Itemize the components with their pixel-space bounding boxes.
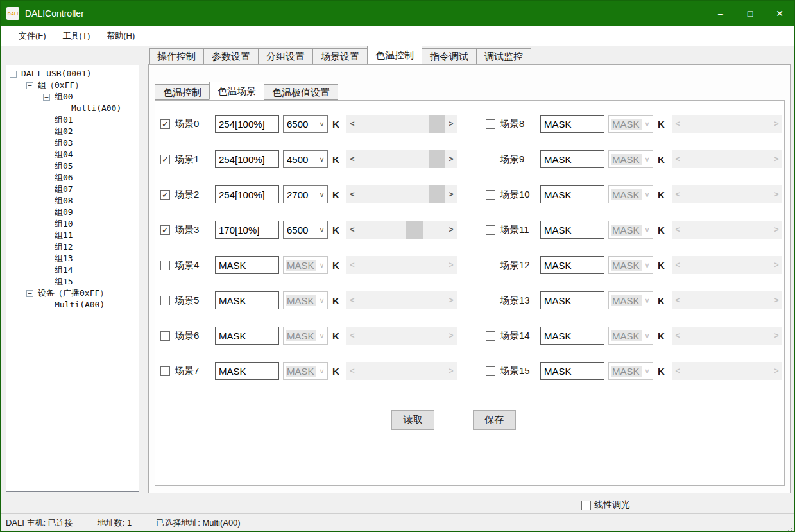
minimize-button[interactable]: – bbox=[706, 1, 735, 26]
scroll-right-icon[interactable]: > bbox=[445, 362, 457, 380]
tree-item[interactable]: 组11 bbox=[6, 230, 139, 241]
tree-item[interactable]: 组01 bbox=[6, 114, 139, 126]
tree-item[interactable]: 组06 bbox=[6, 172, 139, 184]
scroll-left-icon[interactable]: < bbox=[672, 362, 683, 380]
scroll-left-icon[interactable]: < bbox=[672, 150, 683, 168]
scroll-thumb-handle[interactable] bbox=[429, 185, 445, 203]
main-tab-1[interactable]: 参数设置 bbox=[203, 48, 259, 64]
scroll-left-icon[interactable]: < bbox=[346, 327, 358, 345]
scroll-left-icon[interactable]: < bbox=[346, 150, 358, 168]
scene-level-input[interactable] bbox=[540, 185, 604, 203]
scroll-left-icon[interactable]: < bbox=[672, 185, 683, 203]
scene-level-input[interactable] bbox=[540, 115, 604, 133]
scene-level-input[interactable] bbox=[215, 327, 279, 345]
scene-scrollbar[interactable]: < > bbox=[346, 291, 457, 309]
scroll-right-icon[interactable]: > bbox=[445, 291, 457, 309]
scene-checkbox[interactable]: ✓ bbox=[160, 155, 170, 164]
scroll-left-icon[interactable]: < bbox=[346, 221, 358, 239]
menu-item-2[interactable]: 帮助(H) bbox=[98, 26, 143, 46]
tree-item[interactable]: 组02 bbox=[6, 126, 139, 137]
scene-scrollbar[interactable]: < > bbox=[672, 221, 782, 239]
scene-temp-dropdown[interactable]: MASK ∨ bbox=[283, 362, 328, 380]
scroll-left-icon[interactable]: < bbox=[346, 256, 358, 274]
scene-temp-dropdown[interactable]: MASK ∨ bbox=[283, 327, 328, 345]
scene-scrollbar[interactable]: < > bbox=[346, 185, 457, 203]
scroll-thumb-handle[interactable] bbox=[429, 150, 445, 168]
tree-item[interactable]: −DALI USB(0001) bbox=[6, 68, 139, 80]
read-button[interactable]: 读取 bbox=[391, 410, 434, 430]
expand-collapse-icon[interactable]: − bbox=[43, 94, 50, 101]
tree-item[interactable]: 组15 bbox=[6, 276, 139, 287]
linear-dimming-checkbox[interactable] bbox=[581, 501, 591, 510]
scene-level-input[interactable] bbox=[540, 221, 604, 239]
scene-checkbox[interactable]: ✓ bbox=[160, 190, 170, 200]
scroll-thumb-handle[interactable] bbox=[429, 115, 445, 133]
scroll-right-icon[interactable]: > bbox=[771, 256, 782, 274]
scene-scrollbar[interactable]: < > bbox=[346, 221, 457, 239]
scene-level-input[interactable] bbox=[215, 256, 279, 274]
scene-level-input[interactable] bbox=[540, 150, 604, 168]
scene-checkbox[interactable] bbox=[486, 225, 495, 235]
scene-scrollbar[interactable]: < > bbox=[346, 256, 457, 274]
scene-checkbox[interactable] bbox=[486, 296, 495, 305]
scene-temp-dropdown[interactable]: MASK ∨ bbox=[608, 256, 653, 274]
scene-checkbox[interactable] bbox=[486, 331, 495, 341]
scene-temp-dropdown[interactable]: MASK ∨ bbox=[283, 291, 328, 309]
scene-temp-dropdown[interactable]: 6500 ∨ bbox=[283, 115, 328, 133]
tree-item[interactable]: 组09 bbox=[6, 207, 139, 218]
scroll-thumb-handle[interactable] bbox=[406, 221, 423, 239]
scene-checkbox[interactable] bbox=[160, 366, 170, 376]
scroll-right-icon[interactable]: > bbox=[445, 256, 457, 274]
expand-collapse-icon[interactable]: − bbox=[26, 290, 33, 297]
scene-scrollbar[interactable]: < > bbox=[346, 115, 457, 133]
scene-temp-dropdown[interactable]: MASK ∨ bbox=[608, 150, 653, 168]
scroll-left-icon[interactable]: < bbox=[672, 221, 683, 239]
save-button[interactable]: 保存 bbox=[473, 410, 516, 430]
maximize-button[interactable]: □ bbox=[735, 1, 765, 26]
scroll-right-icon[interactable]: > bbox=[445, 221, 457, 239]
tree-item[interactable]: 组08 bbox=[6, 195, 139, 207]
scene-level-input[interactable] bbox=[540, 327, 604, 345]
tree-item[interactable]: 组05 bbox=[6, 160, 139, 172]
scene-checkbox[interactable] bbox=[486, 261, 495, 270]
scene-temp-dropdown[interactable]: 2700 ∨ bbox=[283, 185, 328, 203]
menu-item-0[interactable]: 文件(F) bbox=[10, 26, 55, 46]
tree-item[interactable]: 组04 bbox=[6, 149, 139, 160]
scene-level-input[interactable] bbox=[215, 150, 279, 168]
scene-checkbox[interactable]: ✓ bbox=[160, 119, 170, 129]
tree-item[interactable]: Multi(A00) bbox=[6, 299, 139, 311]
menu-item-1[interactable]: 工具(T) bbox=[55, 26, 99, 46]
sub-tab-1[interactable]: 色温场景 bbox=[209, 82, 264, 100]
expand-collapse-icon[interactable]: − bbox=[26, 82, 33, 89]
scroll-left-icon[interactable]: < bbox=[346, 291, 358, 309]
main-tab-0[interactable]: 操作控制 bbox=[149, 48, 204, 64]
tree-item[interactable]: 组07 bbox=[6, 184, 139, 195]
scroll-right-icon[interactable]: > bbox=[445, 150, 457, 168]
scroll-right-icon[interactable]: > bbox=[771, 221, 782, 239]
scene-scrollbar[interactable]: < > bbox=[672, 185, 782, 203]
tree-item[interactable]: −设备（广播0xFF） bbox=[6, 287, 139, 299]
scene-temp-dropdown[interactable]: MASK ∨ bbox=[608, 185, 653, 203]
scene-temp-dropdown[interactable]: MASK ∨ bbox=[608, 291, 653, 309]
tree-item[interactable]: 组14 bbox=[6, 264, 139, 276]
scroll-right-icon[interactable]: > bbox=[771, 185, 782, 203]
scroll-left-icon[interactable]: < bbox=[672, 291, 683, 309]
scene-level-input[interactable] bbox=[215, 291, 279, 309]
scene-checkbox[interactable] bbox=[486, 155, 495, 164]
scene-scrollbar[interactable]: < > bbox=[672, 150, 782, 168]
tree-item[interactable]: 组13 bbox=[6, 253, 139, 264]
scene-level-input[interactable] bbox=[540, 291, 604, 309]
scene-temp-dropdown[interactable]: MASK ∨ bbox=[608, 115, 653, 133]
scroll-right-icon[interactable]: > bbox=[445, 115, 457, 133]
sub-tab-2[interactable]: 色温极值设置 bbox=[264, 84, 338, 100]
scene-temp-dropdown[interactable]: MASK ∨ bbox=[608, 221, 653, 239]
scene-level-input[interactable] bbox=[540, 362, 604, 380]
scene-checkbox[interactable] bbox=[486, 190, 495, 200]
scroll-right-icon[interactable]: > bbox=[771, 362, 782, 380]
scene-scrollbar[interactable]: < > bbox=[672, 327, 782, 345]
scroll-right-icon[interactable]: > bbox=[771, 327, 782, 345]
scroll-left-icon[interactable]: < bbox=[672, 327, 683, 345]
tree-item[interactable]: 组03 bbox=[6, 137, 139, 149]
scene-level-input[interactable] bbox=[215, 221, 279, 239]
scene-temp-dropdown[interactable]: MASK ∨ bbox=[608, 327, 653, 345]
